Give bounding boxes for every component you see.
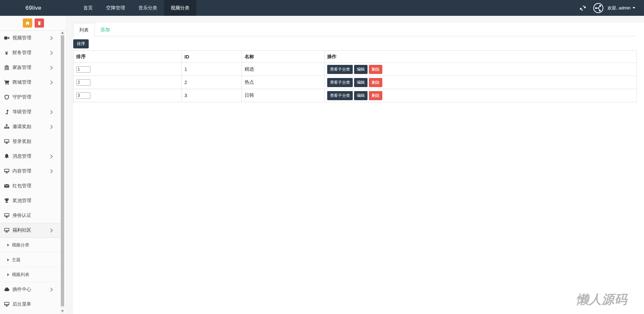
table-header-3: 操作: [325, 51, 637, 63]
view-subcategories-button[interactable]: 查看子分类: [327, 65, 353, 74]
nav-item-video-category[interactable]: 视频分类: [164, 0, 196, 16]
shield-icon: [4, 94, 9, 100]
table-header-row: 排序ID名称操作: [74, 51, 637, 63]
sidebar-item-label: 商城管理: [12, 79, 31, 85]
sort-order-input[interactable]: [76, 79, 90, 86]
sidebar-item-family-management[interactable]: 家族管理: [0, 60, 61, 75]
sort-cell: [74, 89, 182, 102]
sidebar-item-welfare-community[interactable]: 福利社区: [0, 223, 61, 238]
video-camera-icon: [4, 35, 9, 41]
desktop-icon: [4, 302, 9, 307]
home-button[interactable]: [23, 18, 32, 28]
chevron-right-icon: [50, 36, 53, 40]
sidebar-subitem-label: 视频分类: [12, 242, 29, 248]
sidebar-item-plugin-center[interactable]: 插件中心: [0, 282, 61, 297]
sidebar-item-label: 邀请奖励: [12, 124, 31, 130]
id-cell: 2: [182, 76, 242, 89]
trash-button[interactable]: [35, 18, 44, 28]
chevron-right-icon: [50, 125, 53, 129]
desktop-icon: [4, 213, 9, 219]
scroll-up-arrow-icon[interactable]: [60, 31, 65, 35]
sort-button[interactable]: 排序: [73, 39, 89, 48]
edit-button[interactable]: 编辑: [354, 91, 368, 100]
sidebar-item-level-management[interactable]: 等级管理: [0, 105, 61, 119]
bell-icon: [4, 154, 9, 159]
table-header-2: 名称: [242, 51, 325, 63]
sidebar-item-video-category[interactable]: 视频分类: [0, 238, 61, 252]
sidebar-item-guardian-management[interactable]: 守护管理: [0, 90, 61, 105]
actions-cell: 查看子分类编辑删除: [325, 89, 637, 102]
app-logo: 69live: [0, 0, 67, 16]
sidebar-item-label: 登录奖励: [12, 139, 31, 145]
sidebar-item-video-list[interactable]: 视频列表: [0, 267, 61, 282]
user-menu[interactable]: 欢迎, admin: [607, 5, 635, 11]
sidebar-item-redpacket-management[interactable]: 红包管理: [0, 179, 61, 193]
sidebar-item-label: 身份认证: [12, 212, 31, 219]
id-cell: 3: [182, 89, 242, 102]
sidebar-item-finance-management[interactable]: ¥财务管理: [0, 45, 61, 60]
sidebar-item-theme[interactable]: 主题: [0, 252, 61, 267]
view-subcategories-button[interactable]: 查看子分类: [327, 91, 353, 100]
nav-item-music-category[interactable]: 音乐分类: [132, 0, 164, 16]
sidebar-item-label: 家族管理: [12, 65, 31, 71]
caret-right-icon: [7, 244, 9, 246]
sidebar-item-jackpot-management[interactable]: 奖池管理: [0, 193, 61, 208]
nav-item-airdrop-management[interactable]: 空降管理: [99, 0, 132, 16]
delete-button[interactable]: 删除: [369, 78, 382, 87]
sidebar-item-login-rewards[interactable]: 登录奖励: [0, 134, 61, 149]
sidebar-item-video-management[interactable]: 视频管理: [0, 31, 61, 45]
table-header-0: 排序: [74, 51, 182, 63]
chevron-right-icon: [50, 228, 53, 233]
sidebar-item-label: 插件中心: [12, 286, 31, 292]
sort-order-input[interactable]: [76, 66, 90, 73]
sidebar-item-mall-management[interactable]: 商城管理: [0, 75, 61, 90]
sidebar-item-label: 红包管理: [12, 183, 31, 189]
chevron-right-icon: [50, 51, 53, 55]
table-body: 1精选查看子分类编辑删除2热点查看子分类编辑删除3日韩查看子分类编辑删除: [74, 63, 637, 102]
view-subcategories-button[interactable]: 查看子分类: [327, 78, 353, 87]
sidebar-item-content-management[interactable]: 内容管理: [0, 164, 61, 179]
caret-down-icon: [633, 7, 635, 9]
scrollbar-thumb[interactable]: [61, 35, 64, 306]
sort-order-input[interactable]: [76, 92, 90, 99]
level-up-icon: [4, 109, 9, 115]
sidebar-item-label: 等级管理: [12, 109, 31, 115]
sidebar-item-invite-rewards[interactable]: 邀请奖励: [0, 119, 61, 134]
name-cell: 精选: [242, 63, 325, 76]
chevron-right-icon: [50, 66, 53, 70]
refresh-icon[interactable]: [579, 5, 586, 11]
chevron-right-icon: [50, 110, 53, 114]
category-table: 排序ID名称操作 1精选查看子分类编辑删除2热点查看子分类编辑删除3日韩查看子分…: [73, 50, 637, 102]
sidebar-item-label: 守护管理: [12, 94, 31, 100]
edit-button[interactable]: 编辑: [354, 65, 368, 74]
sidebar-item-message-management[interactable]: 消息管理: [0, 149, 61, 164]
sidebar-item-identity-verification[interactable]: 身份认证: [0, 208, 61, 223]
share-network-avatar-icon[interactable]: [593, 3, 604, 13]
table-row: 1精选查看子分类编辑删除: [74, 63, 637, 76]
desktop-icon: [4, 139, 9, 145]
desktop-icon: [4, 168, 9, 174]
tab-add[interactable]: 添加: [95, 23, 116, 36]
sidebar-scrollbar[interactable]: [60, 31, 65, 314]
table-header-1: ID: [182, 51, 242, 63]
scroll-down-arrow-icon[interactable]: [60, 309, 65, 313]
chevron-right-icon: [50, 154, 53, 159]
sidebar-subitem-label: 主题: [12, 257, 20, 263]
sitemap-icon: [4, 124, 9, 130]
name-cell: 热点: [242, 76, 325, 89]
trophy-icon: [4, 198, 9, 204]
cart-icon: [4, 80, 9, 85]
topbar-right: 欢迎, admin: [579, 0, 644, 16]
nav-item-home[interactable]: 首页: [77, 0, 99, 16]
id-cell: 1: [182, 63, 242, 76]
table-row: 3日韩查看子分类编辑删除: [74, 89, 637, 102]
tab-list[interactable]: 列表: [73, 23, 95, 37]
delete-button[interactable]: 删除: [369, 65, 382, 74]
sidebar: 视频管理¥财务管理家族管理商城管理守护管理等级管理邀请奖励登录奖励消息管理内容管…: [0, 16, 67, 314]
edit-button[interactable]: 编辑: [354, 78, 368, 87]
sidebar-item-admin-menu[interactable]: 后台菜单: [0, 297, 61, 312]
name-cell: 日韩: [242, 89, 325, 102]
cloud-icon: [4, 287, 9, 292]
delete-button[interactable]: 删除: [369, 91, 382, 100]
yen-icon: ¥: [4, 50, 9, 56]
